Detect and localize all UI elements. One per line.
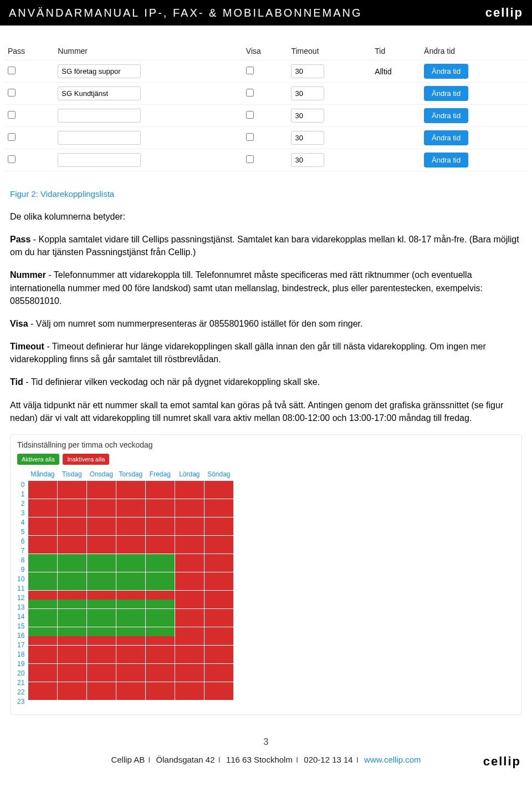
visa-checkbox[interactable] [246,67,254,74]
nummer-input[interactable] [58,109,141,123]
schedule-cell[interactable] [146,691,175,700]
schedule-cell[interactable] [116,627,145,636]
schedule-cell[interactable] [204,526,233,535]
schedule-cell[interactable] [204,609,233,618]
schedule-cell[interactable] [28,554,57,563]
schedule-cell[interactable] [204,627,233,636]
schedule-cell[interactable] [146,627,175,636]
nummer-input[interactable] [58,153,141,167]
schedule-cell[interactable] [204,554,233,563]
schedule-cell[interactable] [28,517,57,526]
schedule-cell[interactable] [146,499,175,508]
schedule-cell[interactable] [58,691,86,700]
schedule-cell[interactable] [116,636,145,645]
schedule-cell[interactable] [28,600,57,608]
schedule-cell[interactable] [87,499,116,508]
schedule-cell[interactable] [116,490,145,499]
schedule-cell[interactable] [204,508,233,517]
schedule-cell[interactable] [28,682,57,691]
schedule-cell[interactable] [58,508,86,517]
schedule-cell[interactable] [28,591,57,600]
schedule-cell[interactable] [204,691,233,700]
schedule-cell[interactable] [146,554,175,563]
schedule-cell[interactable] [204,682,233,691]
schedule-cell[interactable] [58,517,86,526]
schedule-cell[interactable] [87,517,116,526]
schedule-cell[interactable] [87,526,116,535]
schedule-cell[interactable] [204,654,233,663]
schedule-cell[interactable] [146,508,175,517]
schedule-cell[interactable] [28,581,57,590]
schedule-cell[interactable] [116,664,145,673]
nummer-input[interactable] [58,64,141,78]
schedule-cell[interactable] [116,618,145,627]
schedule-cell[interactable] [87,600,116,608]
schedule-cell[interactable] [28,481,57,490]
schedule-cell[interactable] [87,490,116,499]
change-time-button[interactable]: Ändra tid [424,64,468,79]
schedule-cell[interactable] [58,526,86,535]
schedule-cell[interactable] [175,691,204,700]
schedule-cell[interactable] [58,481,86,490]
schedule-cell[interactable] [116,545,145,554]
visa-checkbox[interactable] [246,89,254,97]
change-time-button[interactable]: Ändra tid [424,130,468,145]
timeout-input[interactable] [291,64,324,78]
schedule-cell[interactable] [204,664,233,673]
schedule-cell[interactable] [204,646,233,654]
schedule-cell[interactable] [116,481,145,490]
schedule-cell[interactable] [116,499,145,508]
schedule-cell[interactable] [58,600,86,608]
schedule-cell[interactable] [175,664,204,673]
schedule-cell[interactable] [146,545,175,554]
schedule-cell[interactable] [146,636,175,645]
schedule-cell[interactable] [175,609,204,618]
footer-link[interactable]: www.cellip.com [364,755,421,764]
schedule-cell[interactable] [146,664,175,673]
timeout-input[interactable] [291,87,324,100]
schedule-cell[interactable] [58,591,86,600]
schedule-cell[interactable] [116,682,145,691]
schedule-cell[interactable] [87,609,116,618]
schedule-cell[interactable] [204,673,233,682]
schedule-cell[interactable] [58,499,86,508]
schedule-cell[interactable] [87,481,116,490]
schedule-cell[interactable] [58,627,86,636]
schedule-cell[interactable] [116,572,145,581]
schedule-cell[interactable] [116,600,145,608]
schedule-cell[interactable] [87,654,116,663]
schedule-cell[interactable] [146,591,175,600]
schedule-cell[interactable] [175,636,204,645]
activate-all-button[interactable]: Aktivera alla [17,454,59,465]
schedule-cell[interactable] [87,636,116,645]
schedule-cell[interactable] [116,526,145,535]
schedule-cell[interactable] [175,554,204,563]
schedule-cell[interactable] [28,609,57,618]
schedule-cell[interactable] [116,508,145,517]
schedule-cell[interactable] [87,508,116,517]
schedule-cell[interactable] [87,673,116,682]
schedule-cell[interactable] [175,581,204,590]
schedule-cell[interactable] [116,554,145,563]
schedule-cell[interactable] [116,691,145,700]
schedule-cell[interactable] [204,517,233,526]
schedule-cell[interactable] [175,508,204,517]
schedule-cell[interactable] [28,545,57,554]
schedule-cell[interactable] [204,563,233,572]
pass-checkbox[interactable] [8,133,16,141]
schedule-cell[interactable] [204,636,233,645]
schedule-cell[interactable] [204,545,233,554]
schedule-cell[interactable] [28,673,57,682]
schedule-cell[interactable] [28,636,57,645]
schedule-cell[interactable] [204,490,233,499]
change-time-button[interactable]: Ändra tid [424,86,468,101]
schedule-cell[interactable] [175,499,204,508]
schedule-cell[interactable] [146,682,175,691]
visa-checkbox[interactable] [246,155,254,163]
schedule-cell[interactable] [58,673,86,682]
schedule-cell[interactable] [146,536,175,545]
schedule-cell[interactable] [175,618,204,627]
schedule-cell[interactable] [28,563,57,572]
schedule-cell[interactable] [28,618,57,627]
schedule-cell[interactable] [116,673,145,682]
